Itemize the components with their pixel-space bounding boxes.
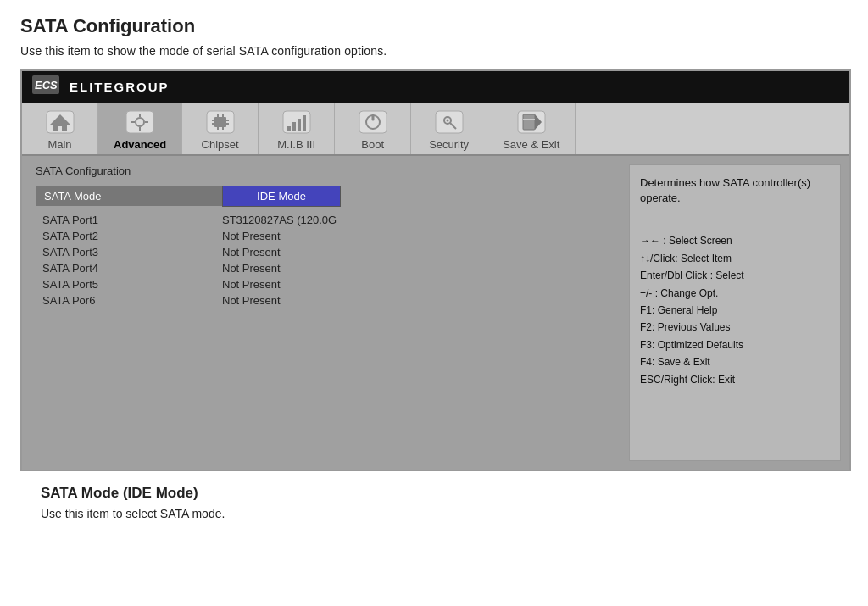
page-title: SATA Configuration <box>20 15 848 37</box>
svg-rect-16 <box>217 114 219 117</box>
svg-rect-12 <box>212 120 214 121</box>
bottom-section: SATA Mode (IDE Mode) Use this item to se… <box>20 471 848 527</box>
port-value-2: Not Present <box>222 230 281 242</box>
port-value-1: ST3120827AS (120.0G <box>222 214 337 226</box>
help-key-5: F1: General Help <box>640 302 830 319</box>
port-row-6: SATA Por6 Not Present <box>36 292 615 309</box>
help-key-4: +/- : Change Opt. <box>640 285 830 302</box>
port-row-4: SATA Port4 Not Present <box>36 260 615 276</box>
bios-section-title: SATA Configuration <box>36 164 615 177</box>
svg-rect-33 <box>523 114 535 130</box>
svg-rect-20 <box>283 111 310 133</box>
nav-label-save-exit: Save & Exit <box>503 138 559 151</box>
nav-label-advanced: Advanced <box>114 138 166 151</box>
port-label-6: SATA Por6 <box>36 294 222 307</box>
sata-mode-label: SATA Mode <box>36 186 222 206</box>
svg-rect-28 <box>436 111 463 133</box>
help-key-3: Enter/Dbl Click : Select <box>640 267 830 284</box>
sata-mode-row[interactable]: SATA Mode IDE Mode <box>36 186 615 207</box>
nav-icon-save-exit <box>515 108 548 136</box>
port-label-4: SATA Port4 <box>36 262 222 275</box>
port-row-2: SATA Port2 Not Present <box>36 228 615 244</box>
nav-item-chipset[interactable]: Chipset <box>182 103 259 154</box>
port-label-2: SATA Port2 <box>36 230 222 242</box>
svg-rect-24 <box>303 115 306 131</box>
nav-item-mib[interactable]: M.I.B III <box>259 103 335 154</box>
bios-brand-text: ELITEGROUP <box>70 80 170 94</box>
bottom-title: SATA Mode (IDE Mode) <box>41 485 827 502</box>
svg-rect-23 <box>298 119 301 131</box>
nav-icon-chipset <box>204 108 236 136</box>
port-label-5: SATA Port5 <box>36 278 222 291</box>
port-row-5: SATA Port5 Not Present <box>36 276 615 292</box>
port-value-5: Not Present <box>222 278 281 291</box>
svg-text:ECS: ECS <box>35 79 58 92</box>
help-key-9: ESC/Right Click: Exit <box>640 371 830 388</box>
port-value-6: Not Present <box>222 294 281 307</box>
nav-item-save-exit[interactable]: Save & Exit <box>487 103 576 154</box>
page-description: Use this item to show the mode of serial… <box>20 44 848 58</box>
nav-icon-advanced <box>124 108 156 136</box>
svg-rect-18 <box>217 127 219 130</box>
nav-label-boot: Boot <box>361 138 384 151</box>
bios-main: SATA Configuration SATA Mode IDE Mode SA… <box>22 156 849 470</box>
help-keys: →← : Select Screen ↑↓/Click: Select Item… <box>640 232 830 388</box>
bios-help-panel: Determines how SATA controller(s) operat… <box>629 164 841 461</box>
help-key-2: ↑↓/Click: Select Item <box>640 250 830 267</box>
port-row-3: SATA Port3 Not Present <box>36 244 615 260</box>
svg-rect-22 <box>292 122 296 131</box>
svg-point-31 <box>446 120 448 122</box>
nav-icon-mib <box>281 108 313 136</box>
bios-content: SATA Configuration SATA Mode IDE Mode SA… <box>22 156 629 470</box>
nav-item-main[interactable]: Main <box>22 103 98 154</box>
nav-icon-boot <box>357 108 389 136</box>
nav-icon-security <box>433 108 465 136</box>
help-key-7: F3: Optimized Defaults <box>640 336 830 353</box>
bottom-description: Use this item to select SATA mode. <box>41 507 827 520</box>
nav-label-chipset: Chipset <box>202 138 239 151</box>
bios-topbar: ECS ELITEGROUP <box>22 71 849 103</box>
nav-item-security[interactable]: Security <box>411 103 487 154</box>
page-wrapper: SATA Configuration Use this item to show… <box>0 0 868 542</box>
svg-rect-17 <box>222 114 224 117</box>
svg-rect-13 <box>212 123 214 125</box>
port-list: SATA Port1 ST3120827AS (120.0G SATA Port… <box>36 212 615 309</box>
help-key-6: F2: Previous Values <box>640 319 830 336</box>
svg-rect-21 <box>287 126 291 131</box>
help-key-1: →← : Select Screen <box>640 232 830 249</box>
svg-rect-19 <box>222 127 224 130</box>
bios-container: ECS ELITEGROUP Main <box>20 69 851 471</box>
svg-rect-11 <box>214 117 226 127</box>
port-label-3: SATA Port3 <box>36 246 222 259</box>
svg-rect-15 <box>226 123 229 125</box>
bios-logo-icon: ECS <box>32 75 59 98</box>
port-value-4: Not Present <box>222 262 281 275</box>
port-value-3: Not Present <box>222 246 281 259</box>
nav-label-main: Main <box>47 138 71 151</box>
sata-mode-value[interactable]: IDE Mode <box>222 186 341 207</box>
help-key-8: F4: Save & Exit <box>640 353 830 370</box>
nav-item-boot[interactable]: Boot <box>335 103 411 154</box>
svg-rect-14 <box>226 120 229 121</box>
nav-label-mib: M.I.B III <box>277 138 315 151</box>
nav-label-security: Security <box>429 138 469 151</box>
port-label-1: SATA Port1 <box>36 214 222 226</box>
bios-nav: Main Advanced <box>22 103 849 156</box>
help-description: Determines how SATA controller(s) operat… <box>640 175 830 206</box>
nav-icon-main <box>44 108 76 136</box>
help-divider <box>640 225 830 225</box>
port-row-1: SATA Port1 ST3120827AS (120.0G <box>36 212 615 228</box>
nav-item-advanced[interactable]: Advanced <box>98 103 182 154</box>
